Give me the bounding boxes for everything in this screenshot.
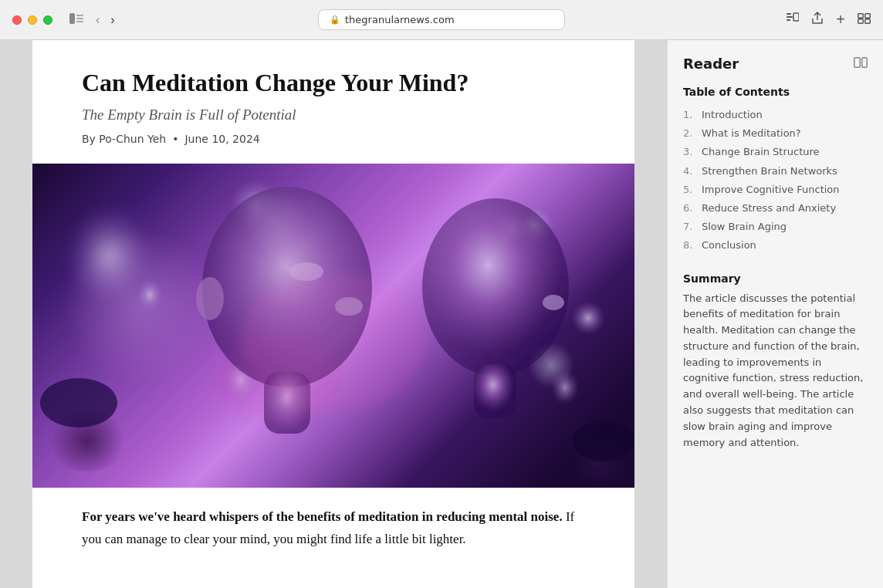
main-area: Can Meditation Change Your Mind? The Emp… bbox=[0, 40, 883, 588]
toc-item-num: 7. bbox=[683, 220, 697, 234]
article-subtitle: The Empty Brain is Full of Potential bbox=[82, 106, 585, 123]
svg-point-18 bbox=[136, 278, 164, 312]
share-button[interactable] bbox=[811, 11, 824, 29]
nav-buttons: ‹ › bbox=[65, 12, 118, 29]
back-button[interactable]: ‹ bbox=[93, 12, 103, 28]
svg-point-28 bbox=[543, 295, 564, 310]
new-tab-button[interactable]: + bbox=[836, 11, 845, 29]
article-card: Can Meditation Change Your Mind? The Emp… bbox=[32, 40, 634, 588]
svg-rect-32 bbox=[862, 57, 868, 67]
toc-item-label: Reduce Stress and Anxiety bbox=[702, 201, 836, 215]
toc-item[interactable]: 3.Change Brain Structure bbox=[683, 143, 868, 161]
toc-item-label: Slow Brain Aging bbox=[702, 220, 787, 234]
svg-rect-8 bbox=[858, 14, 864, 19]
article-title: Can Meditation Change Your Mind? bbox=[82, 68, 585, 97]
secondary-head bbox=[422, 198, 569, 418]
traffic-lights bbox=[12, 15, 52, 25]
reader-panel: Reader Table of Contents 1.Introduction2… bbox=[667, 40, 883, 588]
toc-item[interactable]: 7.Slow Brain Aging bbox=[683, 218, 868, 236]
reader-panel-title: Reader bbox=[683, 56, 739, 72]
toc-item[interactable]: 2.What is Meditation? bbox=[683, 124, 868, 143]
url-text: thegranularnews.com bbox=[345, 14, 455, 25]
toc-item-num: 6. bbox=[683, 201, 697, 215]
tab-overview-button[interactable] bbox=[858, 12, 871, 28]
svg-rect-31 bbox=[854, 57, 861, 67]
svg-point-15 bbox=[571, 301, 605, 335]
minimize-button[interactable] bbox=[28, 15, 37, 25]
sidebar-toggle-button[interactable] bbox=[65, 12, 88, 29]
toc-item-label: Improve Cognitive Function bbox=[702, 183, 840, 197]
toc-item-num: 8. bbox=[683, 238, 697, 252]
toc-item-label: What is Meditation? bbox=[702, 127, 801, 140]
toc-item[interactable]: 5.Improve Cognitive Function bbox=[683, 181, 868, 199]
article-area: Can Meditation Change Your Mind? The Emp… bbox=[0, 40, 667, 588]
toc-item-num: 2. bbox=[683, 127, 697, 140]
svg-rect-7 bbox=[793, 13, 799, 21]
toc-item[interactable]: 1.Introduction bbox=[683, 106, 868, 124]
svg-rect-5 bbox=[787, 16, 793, 18]
reader-panel-header: Reader bbox=[683, 56, 868, 72]
svg-point-30 bbox=[218, 333, 341, 426]
byline-dot: • bbox=[172, 133, 178, 145]
toc-item-label: Strengthen Brain Networks bbox=[702, 164, 837, 178]
svg-rect-3 bbox=[76, 21, 83, 22]
article-image bbox=[32, 164, 634, 488]
svg-point-25 bbox=[196, 277, 224, 320]
toolbar-right: + bbox=[787, 11, 871, 29]
toc-item-label: Introduction bbox=[702, 108, 763, 122]
article-date: June 10, 2024 bbox=[184, 133, 259, 145]
article-header: Can Meditation Change Your Mind? The Emp… bbox=[32, 40, 634, 164]
lock-icon: 🔒 bbox=[330, 15, 340, 25]
toc-item-num: 4. bbox=[683, 164, 697, 178]
toc-item[interactable]: 6.Reduce Stress and Anxiety bbox=[683, 199, 868, 218]
article-author: By Po-Chun Yeh bbox=[82, 133, 166, 145]
toc-item-num: 1. bbox=[683, 108, 697, 122]
svg-rect-1 bbox=[76, 15, 83, 16]
svg-rect-0 bbox=[69, 13, 75, 24]
toc-title: Table of Contents bbox=[683, 86, 868, 98]
svg-rect-6 bbox=[787, 19, 790, 21]
svg-rect-11 bbox=[865, 19, 871, 24]
reader-layout-button[interactable] bbox=[854, 57, 868, 71]
forward-button[interactable]: › bbox=[107, 12, 117, 28]
svg-rect-4 bbox=[787, 13, 791, 15]
svg-point-16 bbox=[40, 378, 117, 427]
article-byline: By Po-Chun Yeh • June 10, 2024 bbox=[82, 133, 585, 145]
url-bar[interactable]: 🔒 thegranularnews.com bbox=[318, 9, 565, 30]
svg-point-26 bbox=[422, 198, 569, 376]
toc-item-label: Conclusion bbox=[702, 238, 756, 252]
reader-mode-button[interactable] bbox=[787, 12, 799, 28]
summary-title: Summary bbox=[683, 272, 868, 285]
article-image-svg bbox=[32, 164, 634, 488]
svg-point-20 bbox=[551, 370, 579, 404]
article-body-text: For years we've heard whispers of the be… bbox=[82, 506, 585, 551]
toc-item-num: 3. bbox=[683, 145, 697, 159]
article-footer: For years we've heard whispers of the be… bbox=[32, 488, 634, 569]
toc-item-label: Change Brain Structure bbox=[702, 145, 820, 159]
summary-text: The article discusses the potential bene… bbox=[683, 291, 868, 451]
svg-rect-2 bbox=[76, 18, 83, 19]
toc-list: 1.Introduction2.What is Meditation?3.Cha… bbox=[683, 106, 868, 255]
toc-item[interactable]: 8.Conclusion bbox=[683, 236, 868, 255]
svg-point-17 bbox=[573, 421, 634, 461]
svg-rect-10 bbox=[858, 19, 864, 24]
svg-rect-9 bbox=[865, 14, 871, 19]
close-button[interactable] bbox=[12, 15, 22, 25]
maximize-button[interactable] bbox=[43, 15, 52, 25]
svg-rect-27 bbox=[474, 364, 516, 418]
titlebar: ‹ › 🔒 thegranularnews.com + bbox=[0, 0, 883, 40]
toc-item-num: 5. bbox=[683, 183, 697, 197]
toc-item[interactable]: 4.Strengthen Brain Networks bbox=[683, 162, 868, 181]
